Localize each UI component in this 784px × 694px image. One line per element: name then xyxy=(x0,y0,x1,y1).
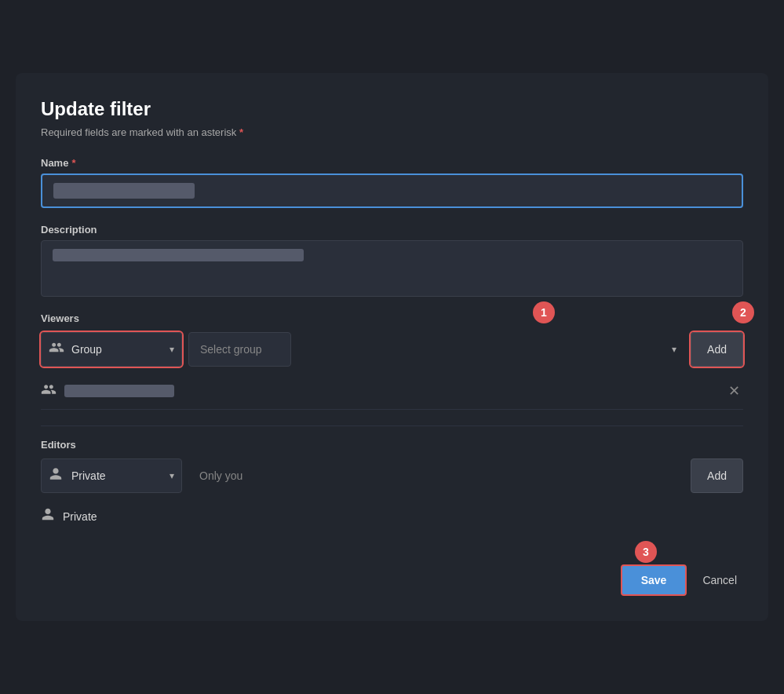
update-filter-modal: Update filter Required fields are marked… xyxy=(16,73,768,621)
editors-add-button[interactable]: Add xyxy=(691,458,743,493)
editors-only-you: Only you xyxy=(188,469,684,482)
editors-type-select[interactable]: Private Group User xyxy=(41,458,182,493)
viewer-group-name-blurred xyxy=(64,385,174,397)
modal-footer: 3 Save Cancel xyxy=(41,552,743,596)
name-field-group: Name * xyxy=(41,157,743,208)
name-label: Name * xyxy=(41,157,743,169)
editors-type-row: Private Group User ▾ Only you Add xyxy=(41,458,743,493)
editors-private-icon xyxy=(41,507,55,525)
section-divider xyxy=(41,426,743,426)
description-field-group: Description xyxy=(41,224,743,297)
viewers-group-search-wrapper: Select group ▾ xyxy=(188,332,684,367)
add-viewers-btn-wrapper: Add xyxy=(691,332,743,367)
viewer-group-icon xyxy=(41,382,57,401)
viewers-list-item: ✕ xyxy=(41,373,743,410)
viewers-group-select[interactable]: Select group xyxy=(188,332,291,367)
required-note: Required fields are marked with an aster… xyxy=(41,126,743,138)
badge-1: 1 xyxy=(533,301,555,323)
viewers-section: Viewers 1 2 Group User ▾ xyxy=(41,312,743,410)
editors-private-label: Private xyxy=(63,510,97,523)
editors-section: Editors Private Group User ▾ Only you xyxy=(41,439,743,533)
editors-label: Editors xyxy=(41,439,743,451)
editors-type-select-wrapper: Private Group User ▾ xyxy=(41,458,182,493)
cancel-button[interactable]: Cancel xyxy=(696,574,743,586)
viewers-type-select[interactable]: Group User xyxy=(41,332,182,367)
badge-3: 3 xyxy=(635,541,657,563)
viewers-label: Viewers xyxy=(41,312,743,324)
viewers-type-select-wrapper: Group User ▾ xyxy=(41,332,182,367)
viewer-group-name xyxy=(64,385,717,397)
badge-2: 2 xyxy=(732,301,754,323)
save-button[interactable]: Save xyxy=(621,564,687,596)
viewers-add-button[interactable]: Add xyxy=(691,332,743,367)
editors-private-item: Private xyxy=(41,499,743,533)
viewers-type-row: Group User ▾ Select group ▾ Add xyxy=(41,332,743,367)
viewers-group-chevron-icon: ▾ xyxy=(672,344,676,355)
modal-title: Update filter xyxy=(41,98,743,120)
description-label: Description xyxy=(41,224,743,236)
remove-viewer-button[interactable]: ✕ xyxy=(725,381,743,401)
